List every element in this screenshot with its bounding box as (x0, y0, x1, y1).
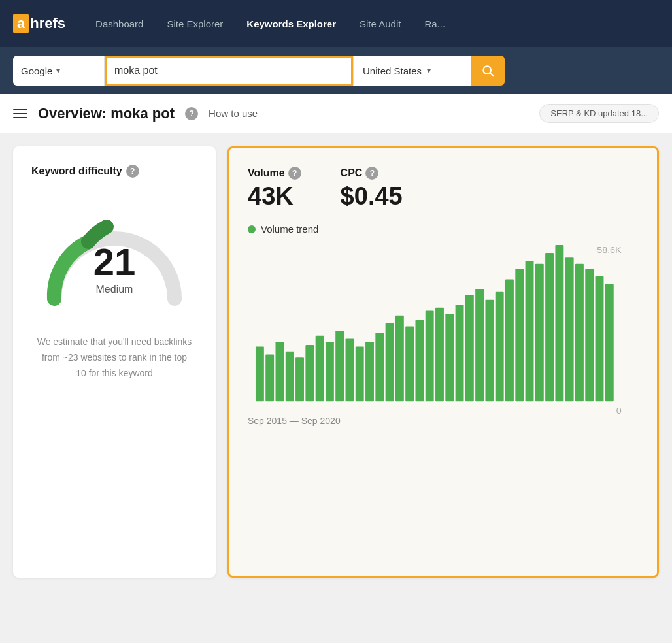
cpc-label: CPC (341, 167, 363, 179)
svg-rect-26 (365, 342, 374, 401)
svg-rect-4 (585, 269, 594, 401)
kd-score: 21 (93, 243, 136, 281)
svg-rect-14 (485, 300, 494, 401)
svg-rect-18 (445, 314, 454, 401)
kd-title: Keyword difficulty ? (31, 165, 139, 178)
nav-site-audit[interactable]: Site Audit (350, 0, 410, 47)
svg-rect-25 (375, 333, 384, 401)
navbar: ahrefs Dashboard Site Explorer Keywords … (0, 0, 672, 47)
search-input-wrap (105, 56, 353, 86)
gauge-wrap: 21 Medium (36, 197, 193, 315)
search-button[interactable] (471, 56, 505, 86)
svg-rect-23 (395, 316, 404, 402)
svg-rect-34 (286, 352, 294, 402)
search-bar: Google ▾ United States ▾ (0, 47, 672, 94)
country-select[interactable]: United States ▾ (353, 56, 471, 86)
svg-rect-29 (335, 331, 344, 402)
svg-rect-13 (496, 292, 504, 401)
nav-keywords-explorer[interactable]: Keywords Explorer (237, 0, 345, 47)
svg-rect-2 (605, 284, 614, 401)
svg-rect-6 (565, 257, 574, 401)
svg-rect-17 (456, 305, 464, 401)
svg-rect-31 (316, 336, 324, 401)
chart-date-range: Sep 2015 — Sep 2020 (248, 415, 639, 427)
search-input[interactable] (107, 58, 351, 84)
kd-help-icon[interactable]: ? (126, 165, 139, 178)
svg-rect-15 (475, 289, 484, 401)
volume-metric: Volume ? 43K (248, 167, 301, 210)
nav-rank-tracker[interactable]: Ra... (415, 0, 454, 47)
nav-site-explorer[interactable]: Site Explorer (158, 0, 232, 47)
country-chevron-icon: ▾ (427, 66, 431, 75)
volume-value: 43K (248, 182, 301, 210)
svg-text:58.6K: 58.6K (597, 246, 622, 255)
svg-rect-21 (415, 320, 424, 401)
volume-label: Volume (248, 167, 285, 179)
vc-metrics: Volume ? 43K CPC ? $0.45 (248, 167, 639, 210)
svg-rect-28 (346, 339, 354, 402)
svg-rect-27 (356, 346, 364, 401)
overview-title: Overview: moka pot (38, 105, 175, 122)
volume-trend-chart: 58.6K 0 (248, 245, 639, 415)
cpc-help-icon[interactable]: ? (365, 167, 378, 180)
overview-bar: Overview: moka pot ? How to use SERP & K… (0, 94, 672, 133)
chart-area: 58.6K 0 Sep 2015 — Sep 2020 (248, 245, 639, 557)
svg-rect-19 (435, 308, 444, 402)
svg-rect-24 (386, 323, 394, 402)
engine-select[interactable]: Google ▾ (13, 56, 105, 86)
svg-rect-12 (505, 280, 514, 402)
nav-dashboard[interactable]: Dashboard (86, 0, 152, 47)
serp-badge: SERP & KD updated 18... (539, 104, 659, 123)
svg-rect-3 (596, 276, 604, 401)
svg-rect-7 (555, 245, 563, 401)
svg-rect-33 (295, 357, 304, 401)
country-label: United States (363, 65, 422, 76)
volume-help-icon[interactable]: ? (288, 167, 301, 180)
svg-rect-5 (575, 264, 584, 401)
svg-rect-16 (465, 295, 474, 402)
kd-description: We estimate that you'll need backlinks f… (36, 335, 193, 381)
volume-card: Volume ? 43K CPC ? $0.45 Volume trend 58… (227, 146, 659, 578)
trend-dot-icon (248, 225, 256, 233)
engine-label: Google (21, 65, 52, 76)
svg-rect-35 (276, 342, 284, 401)
how-to-use-link[interactable]: How to use (209, 108, 258, 119)
svg-rect-37 (256, 346, 264, 401)
trend-text: Volume trend (261, 223, 318, 235)
engine-chevron-icon: ▾ (56, 66, 60, 75)
svg-rect-22 (405, 326, 414, 401)
svg-rect-36 (265, 354, 274, 401)
kd-label: Medium (93, 284, 136, 295)
search-icon (481, 64, 494, 77)
cpc-metric: CPC ? $0.45 (341, 167, 403, 210)
svg-text:0: 0 (616, 406, 622, 415)
kd-card: Keyword difficulty ? 21 Medium We estima… (13, 146, 216, 578)
svg-rect-30 (326, 342, 334, 401)
svg-line-1 (490, 73, 494, 76)
logo[interactable]: ahrefs (13, 14, 65, 33)
svg-rect-20 (426, 310, 434, 401)
svg-rect-10 (526, 261, 534, 401)
logo-hrefs: hrefs (30, 15, 65, 32)
main-content: Keyword difficulty ? 21 Medium We estima… (0, 133, 672, 591)
svg-rect-8 (545, 253, 554, 401)
svg-rect-11 (515, 269, 524, 401)
gauge-center: 21 Medium (93, 243, 136, 295)
svg-rect-9 (535, 264, 544, 401)
logo-a: a (13, 14, 29, 33)
date-range-text: Sep 2015 — Sep 2020 (248, 416, 341, 426)
svg-rect-32 (305, 345, 314, 401)
cpc-value: $0.45 (341, 182, 403, 210)
overview-help-icon[interactable]: ? (185, 107, 198, 120)
hamburger-icon[interactable] (13, 109, 27, 118)
volume-trend-label: Volume trend (248, 223, 639, 235)
